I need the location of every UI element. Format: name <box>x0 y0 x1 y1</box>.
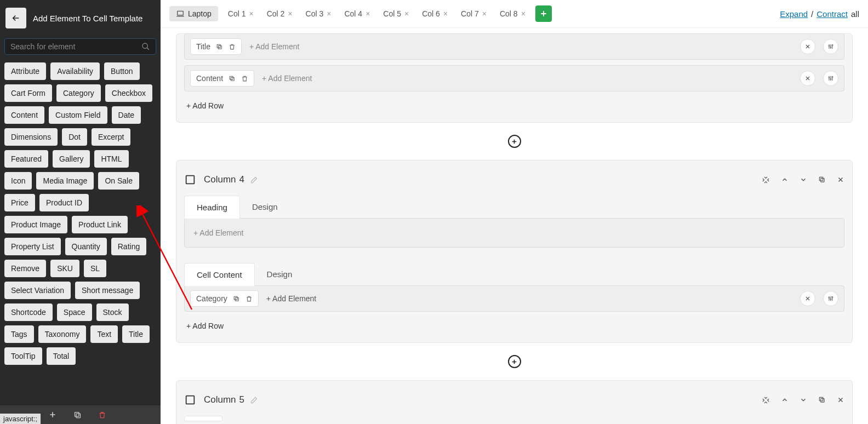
add-section-button[interactable] <box>508 355 521 368</box>
element-pill[interactable]: Rating <box>111 238 146 255</box>
column-tab[interactable]: Col 1× <box>222 6 259 21</box>
element-pill[interactable]: Taxonomy <box>38 325 87 343</box>
element-chip-category[interactable]: Category <box>190 290 259 307</box>
element-pill[interactable]: SKU <box>50 260 79 277</box>
close-icon[interactable]: × <box>443 9 448 18</box>
row-settings-button[interactable] <box>823 291 838 306</box>
close-icon[interactable]: × <box>327 9 331 18</box>
duplicate-icon[interactable] <box>818 396 826 404</box>
delete-icon[interactable] <box>241 75 248 82</box>
add-element-link[interactable]: + Add Element <box>249 42 299 51</box>
empty-element-row[interactable]: + Add Element <box>184 218 844 248</box>
element-pill[interactable]: Attribute <box>4 62 46 80</box>
element-row[interactable]: Content + Add Element <box>184 65 844 91</box>
element-pill[interactable]: Custom Field <box>49 106 107 124</box>
element-pill[interactable]: Short message <box>75 282 140 299</box>
element-pill[interactable]: Price <box>4 194 35 211</box>
column-tab[interactable]: Col 8× <box>494 6 531 21</box>
row-settings-button[interactable] <box>823 39 838 54</box>
close-icon[interactable]: × <box>482 9 487 18</box>
copy-icon[interactable] <box>229 75 236 82</box>
element-pill[interactable]: Dimensions <box>4 128 58 146</box>
element-pill[interactable]: Property List <box>4 238 61 255</box>
element-pill[interactable]: SL <box>84 260 106 277</box>
element-pill[interactable]: Availability <box>50 62 100 80</box>
column-tab[interactable]: Col 7× <box>455 6 492 21</box>
row-close-button[interactable] <box>800 291 815 306</box>
delete-icon[interactable] <box>245 295 253 302</box>
element-pill[interactable]: Date <box>112 106 141 124</box>
search-box[interactable] <box>4 38 156 55</box>
element-pill[interactable]: Quantity <box>65 238 107 255</box>
add-section-button[interactable] <box>508 135 521 148</box>
copy-icon[interactable] <box>216 43 223 50</box>
element-pill[interactable]: Shortcode <box>4 303 53 321</box>
close-icon[interactable] <box>837 176 844 184</box>
column-tab[interactable]: Col 2× <box>261 6 298 21</box>
collapse-icon[interactable] <box>762 176 770 184</box>
duplicate-icon[interactable] <box>818 176 826 184</box>
add-element-link[interactable]: + Add Element <box>193 228 243 237</box>
element-pill[interactable]: Featured <box>4 150 48 168</box>
element-pill[interactable]: Checkbox <box>105 84 152 102</box>
element-pill[interactable]: Product ID <box>39 194 89 211</box>
element-pill[interactable]: Text <box>90 325 118 343</box>
element-pill[interactable]: HTML <box>94 150 128 168</box>
add-row-link[interactable]: + Add Row <box>184 97 844 114</box>
element-row[interactable]: Category + Add Element <box>184 285 844 312</box>
back-button[interactable] <box>5 8 26 28</box>
add-element-link[interactable]: + Add Element <box>266 294 316 303</box>
element-pill[interactable]: Category <box>56 84 101 102</box>
chevron-down-icon[interactable] <box>800 176 807 184</box>
element-chip-content[interactable]: Content <box>190 70 254 87</box>
copy-icon[interactable] <box>233 295 240 302</box>
column-tab[interactable]: Col 4× <box>339 6 375 21</box>
element-pill[interactable]: Cart Form <box>4 84 52 102</box>
element-pill[interactable]: Dot <box>62 128 87 146</box>
element-pill[interactable]: Select Variation <box>4 282 71 299</box>
element-pill[interactable]: Product Image <box>4 216 67 233</box>
chevron-up-icon[interactable] <box>781 396 789 404</box>
element-chip-title[interactable]: Title <box>190 38 242 55</box>
element-pill[interactable]: ToolTip <box>4 347 42 365</box>
row-settings-button[interactable] <box>823 71 838 86</box>
element-pill[interactable]: Excerpt <box>92 128 130 146</box>
add-element-link[interactable]: + Add Element <box>262 74 312 83</box>
close-icon[interactable]: × <box>249 9 254 18</box>
expand-link[interactable]: Expand <box>780 9 808 19</box>
element-row[interactable]: Title + Add Element <box>184 33 844 60</box>
element-pill[interactable]: Total <box>47 347 76 365</box>
element-pill[interactable]: Tags <box>4 325 34 343</box>
edit-icon[interactable] <box>250 396 258 404</box>
row-close-button[interactable] <box>800 71 815 86</box>
device-tab[interactable]: Laptop <box>169 6 218 21</box>
chevron-up-icon[interactable] <box>781 176 789 184</box>
column-tab[interactable]: Col 5× <box>378 6 414 21</box>
add-icon[interactable] <box>48 410 57 419</box>
element-pill[interactable]: Gallery <box>53 150 90 168</box>
copy-icon[interactable] <box>73 411 82 419</box>
collapse-icon[interactable] <box>762 396 770 404</box>
close-icon[interactable]: × <box>288 9 292 18</box>
tab-design-2[interactable]: Design <box>255 263 305 286</box>
close-icon[interactable]: × <box>404 9 409 18</box>
element-pill[interactable]: Button <box>104 62 139 80</box>
column-tab[interactable]: Col 3× <box>300 6 337 21</box>
element-pill[interactable]: Content <box>4 106 44 124</box>
row-close-button[interactable] <box>800 39 815 54</box>
close-icon[interactable]: × <box>366 9 370 18</box>
element-pill[interactable]: Remove <box>4 260 46 277</box>
tab-cell-content[interactable]: Cell Content <box>184 263 255 286</box>
element-pill[interactable]: On Sale <box>98 172 139 190</box>
search-input[interactable] <box>10 42 141 51</box>
element-pill[interactable]: Space <box>57 303 92 321</box>
element-pill[interactable]: Icon <box>4 172 32 190</box>
add-column-button[interactable] <box>535 5 552 22</box>
column-tab[interactable]: Col 6× <box>416 6 453 21</box>
add-row-link[interactable]: + Add Row <box>184 317 844 335</box>
tab-design[interactable]: Design <box>240 196 290 219</box>
element-pill[interactable]: Title <box>122 325 150 343</box>
close-icon[interactable]: × <box>521 9 526 18</box>
element-pill[interactable]: Media Image <box>36 172 94 190</box>
edit-icon[interactable] <box>250 176 258 184</box>
